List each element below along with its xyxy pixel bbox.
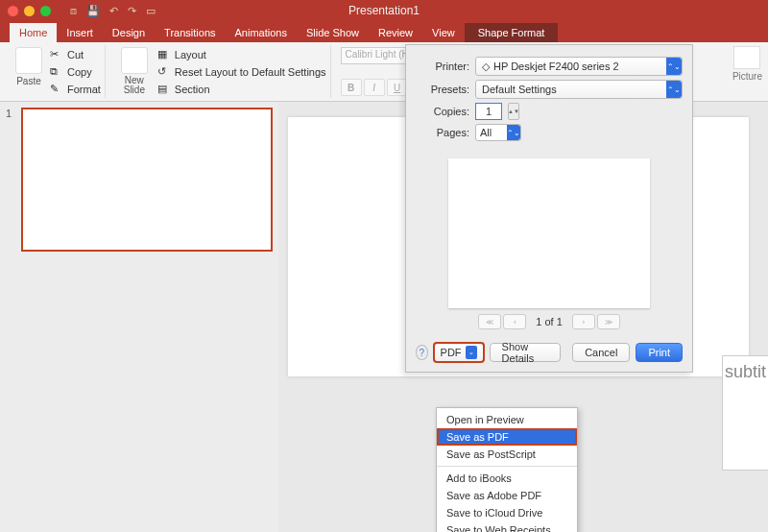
- brush-icon: ✎: [50, 83, 63, 96]
- tab-transitions[interactable]: Transitions: [155, 23, 225, 42]
- menu-save-to-icloud[interactable]: Save to iCloud Drive: [437, 504, 577, 521]
- undo-icon[interactable]: ↶: [109, 5, 118, 17]
- pages-label: Pages:: [416, 127, 469, 138]
- next-page-button[interactable]: ›: [572, 314, 595, 329]
- title-bar: ⧈ 💾 ↶ ↷ ▭ Presentation1: [0, 0, 768, 21]
- doc-icon[interactable]: ▭: [146, 5, 156, 17]
- menu-separator: [437, 466, 577, 467]
- presets-select[interactable]: Default Settings ⌃⌄: [475, 80, 683, 99]
- new-slide-button[interactable]: New Slide: [115, 47, 154, 96]
- pdf-menu: Open in Preview Save as PDF Save as Post…: [436, 407, 578, 532]
- copy-button[interactable]: ⧉Copy: [50, 64, 101, 80]
- ribbon-tabs: Home Insert Design Transitions Animation…: [0, 21, 768, 42]
- minimize-window-icon[interactable]: [24, 6, 35, 16]
- presets-value: Default Settings: [482, 84, 557, 95]
- printer-label: Printer:: [416, 60, 469, 72]
- menu-open-in-preview[interactable]: Open in Preview: [437, 411, 577, 428]
- presets-label: Presets:: [416, 84, 469, 95]
- pdf-label: PDF: [441, 347, 462, 358]
- slide-thumbnail[interactable]: [21, 108, 273, 252]
- page-indicator: 1 of 1: [536, 316, 563, 327]
- reset-layout-button[interactable]: ↺Reset Layout to Default Settings: [157, 64, 326, 80]
- thumbnail-number: 1: [6, 108, 15, 252]
- section-button[interactable]: ▤Section: [157, 82, 326, 97]
- copies-input[interactable]: [475, 103, 502, 120]
- slides-group: New Slide ▦Layout ↺Reset Layout to Defau…: [111, 45, 331, 98]
- menu-save-to-web-receipts[interactable]: Save to Web Receipts: [437, 521, 577, 532]
- first-page-button[interactable]: ≪: [478, 314, 501, 329]
- cut-button[interactable]: ✂Cut: [50, 47, 101, 62]
- picture-icon: [733, 46, 760, 69]
- menu-save-as-postscript[interactable]: Save as PostScript: [437, 446, 577, 463]
- copy-icon: ⧉: [50, 65, 63, 79]
- page-navigator: ≪ ‹ 1 of 1 › ≫: [416, 314, 683, 329]
- copies-stepper[interactable]: ▲▼: [508, 103, 519, 120]
- save-icon[interactable]: 💾: [86, 5, 100, 17]
- chevron-updown-icon: ⌃⌄: [666, 58, 682, 75]
- slide-thumbnails-pane[interactable]: 1: [0, 102, 278, 532]
- thumbnail-row: 1: [6, 108, 273, 252]
- pages-select[interactable]: All ⌃⌄: [475, 124, 521, 141]
- quick-access-toolbar: ⧈ 💾 ↶ ↷ ▭: [70, 5, 156, 17]
- format-painter-button[interactable]: ✎Format: [50, 82, 101, 97]
- paste-icon: [15, 47, 42, 74]
- tab-slideshow[interactable]: Slide Show: [297, 23, 369, 42]
- picture-button[interactable]: Picture: [732, 46, 762, 82]
- pages-value: All: [480, 127, 492, 138]
- printer-value: HP Deskjet F2400 series 2: [493, 60, 619, 72]
- tab-shape-format[interactable]: Shape Format: [465, 23, 559, 42]
- tab-animations[interactable]: Animations: [226, 23, 297, 42]
- tab-view[interactable]: View: [422, 23, 465, 42]
- layout-button[interactable]: ▦Layout: [157, 47, 326, 62]
- chevron-updown-icon: ⌃⌄: [666, 81, 682, 98]
- menu-save-as-adobe-pdf[interactable]: Save as Adobe PDF: [437, 487, 577, 504]
- print-dialog: Printer: ◇ HP Deskjet F2400 series 2 ⌃⌄ …: [405, 44, 693, 373]
- scissors-icon: ✂: [50, 48, 63, 61]
- subtitle-placeholder-fragment[interactable]: subtit: [722, 355, 768, 471]
- clipboard-group: Paste ✂Cut ⧉Copy ✎Format: [6, 45, 106, 98]
- printer-select[interactable]: ◇ HP Deskjet F2400 series 2 ⌃⌄: [475, 57, 683, 76]
- last-page-button[interactable]: ≫: [597, 314, 620, 329]
- new-slide-icon: [121, 47, 148, 74]
- show-details-button[interactable]: Show Details: [490, 343, 562, 362]
- pdf-dropdown-button[interactable]: PDF ⌄: [434, 343, 484, 362]
- tab-home[interactable]: Home: [10, 23, 57, 42]
- prev-page-button[interactable]: ‹: [503, 314, 526, 329]
- print-preview: [448, 158, 650, 308]
- zoom-window-icon[interactable]: [40, 6, 51, 16]
- tab-review[interactable]: Review: [369, 23, 422, 42]
- window-controls: [8, 6, 51, 16]
- layout-icon: ▦: [157, 48, 171, 61]
- chevron-updown-icon: ⌃⌄: [507, 125, 520, 140]
- help-button[interactable]: ?: [416, 345, 428, 360]
- dialog-buttons: ? PDF ⌄ Show Details Cancel Print: [416, 343, 683, 362]
- tab-insert[interactable]: Insert: [57, 23, 103, 42]
- cancel-button[interactable]: Cancel: [572, 343, 630, 362]
- copies-label: Copies:: [416, 106, 469, 117]
- reset-icon: ↺: [157, 65, 171, 79]
- autosave-icon[interactable]: ⧈: [70, 5, 77, 17]
- paste-button[interactable]: Paste: [10, 47, 48, 96]
- italic-button[interactable]: I: [364, 79, 385, 96]
- print-button[interactable]: Print: [636, 343, 683, 362]
- bold-button[interactable]: B: [341, 79, 362, 96]
- menu-save-as-pdf[interactable]: Save as PDF: [437, 428, 577, 446]
- menu-add-to-ibooks[interactable]: Add to iBooks: [437, 470, 577, 487]
- tab-design[interactable]: Design: [103, 23, 155, 42]
- chevron-down-icon: ⌄: [466, 346, 477, 359]
- window-title: Presentation1: [348, 4, 420, 17]
- section-icon: ▤: [157, 83, 171, 96]
- printer-icon: ◇: [482, 60, 490, 73]
- close-window-icon[interactable]: [8, 6, 18, 16]
- redo-icon[interactable]: ↷: [128, 5, 136, 17]
